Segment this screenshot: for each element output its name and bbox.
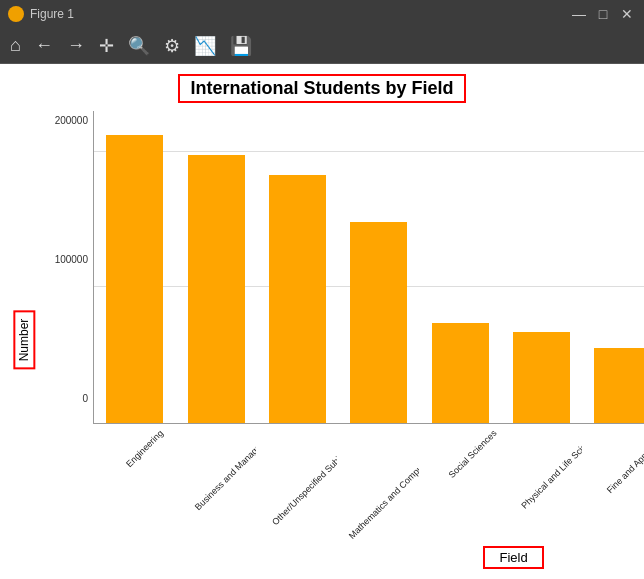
- x-label: Fine and Applied Arts: [605, 428, 644, 495]
- bar-business-and-management: [188, 155, 245, 423]
- bar-wrap: [582, 115, 644, 423]
- grid-and-bars: [93, 111, 644, 424]
- bar-wrap: [420, 115, 501, 423]
- title-bar: Figure 1 — □ ✕: [0, 0, 644, 28]
- chart-container: International Students by Field Number 2…: [0, 64, 644, 579]
- window-icon: [8, 6, 24, 22]
- x-label-wrap: Business and Management: [174, 424, 255, 544]
- x-label-wrap: Fine and Applied Arts: [582, 424, 644, 544]
- y-tick-200k: 200000: [55, 115, 88, 126]
- bar-fine-and-applied-arts: [594, 348, 644, 423]
- pan-button[interactable]: ✛: [99, 35, 114, 57]
- save-button[interactable]: 💾: [230, 35, 252, 57]
- x-label: Physical and Life Sciences: [519, 428, 582, 511]
- chart-area: Number 200000 100000 0: [10, 111, 634, 569]
- home-button[interactable]: ⌂: [10, 35, 21, 56]
- x-label: Engineering: [124, 428, 165, 469]
- bar-wrap: [94, 115, 175, 423]
- toolbar: ⌂ ← → ✛ 🔍 ⚙ 📉 💾: [0, 28, 644, 64]
- y-axis-label: Number: [13, 311, 35, 370]
- chart-title: International Students by Field: [178, 74, 465, 103]
- y-axis-label-container: Number: [10, 111, 38, 569]
- chart-mode-button[interactable]: 📉: [194, 35, 216, 57]
- x-labels: EngineeringBusiness and ManagementOther/…: [93, 424, 644, 544]
- x-label: Mathematics and Computer Sciences: [347, 428, 419, 541]
- x-label-wrap: Mathematics and Computer Sciences: [337, 424, 418, 544]
- x-label: Business and Management: [193, 428, 256, 512]
- bars-area: [93, 111, 644, 424]
- x-axis-label: Field: [483, 546, 543, 569]
- bars-row: [94, 111, 644, 423]
- settings-button[interactable]: ⚙: [164, 35, 180, 57]
- bar-engineering: [106, 135, 163, 423]
- back-button[interactable]: ←: [35, 35, 53, 56]
- zoom-button[interactable]: 🔍: [128, 35, 150, 57]
- y-axis: 200000 100000 0: [38, 111, 93, 424]
- bar-wrap: [338, 115, 419, 423]
- x-axis-title-container: Field: [38, 546, 644, 569]
- window-title: Figure 1: [30, 7, 74, 21]
- x-label: Other/Unspecified Subject Areas: [270, 428, 338, 527]
- x-label-wrap: Physical and Life Sciences: [500, 424, 581, 544]
- bar-wrap: [257, 115, 338, 423]
- x-label-wrap: Other/Unspecified Subject Areas: [256, 424, 337, 544]
- y-tick-100k: 100000: [55, 254, 88, 265]
- x-label-wrap: Engineering: [93, 424, 174, 544]
- y-tick-0: 0: [82, 393, 88, 404]
- main-window: Figure 1 — □ ✕ ⌂ ← → ✛ 🔍 ⚙ 📉 💾 Internati…: [0, 0, 644, 579]
- bar-mathematics-and-computer-sciences: [350, 222, 407, 423]
- title-bar-left: Figure 1: [8, 6, 74, 22]
- close-button[interactable]: ✕: [618, 7, 636, 21]
- forward-button[interactable]: →: [67, 35, 85, 56]
- minimize-button[interactable]: —: [570, 7, 588, 21]
- maximize-button[interactable]: □: [594, 7, 612, 21]
- bar-wrap: [501, 115, 582, 423]
- x-label-wrap: Social Sciences: [419, 424, 500, 544]
- bar-social-sciences: [432, 323, 489, 423]
- bars-and-yaxis: 200000 100000 0: [38, 111, 644, 424]
- x-label: Social Sciences: [446, 428, 498, 480]
- title-bar-controls: — □ ✕: [570, 7, 636, 21]
- bar-wrap: [175, 115, 256, 423]
- bar-physical-and-life-sciences: [513, 332, 570, 423]
- chart-plot: 200000 100000 0 EngineeringBusiness and …: [38, 111, 644, 569]
- bar-other/unspecified-subject-areas: [269, 175, 326, 423]
